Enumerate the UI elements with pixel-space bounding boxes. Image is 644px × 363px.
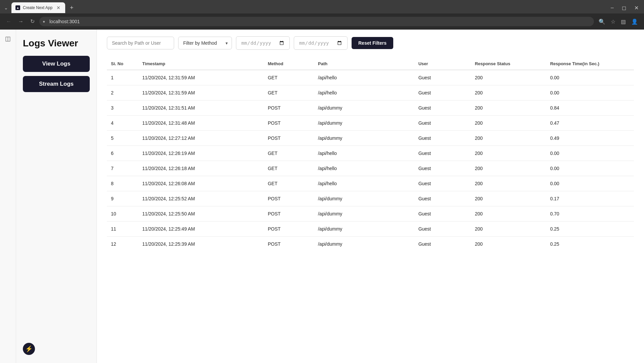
sidebar-toggle-button[interactable]: ◫ [3,33,13,44]
cell-response-time: 0.49 [546,131,634,146]
table-row: 1 11/20/2024, 12:31:59 AM GET /api/hello… [107,70,634,85]
table-row: 6 11/20/2024, 12:26:19 AM GET /api/hello… [107,146,634,161]
cell-si: 3 [107,100,138,116]
table-header-row: Si. No Timestamp Method Path User Respon… [107,58,634,70]
cell-method: POST [264,221,314,237]
cell-response-time: 0.00 [546,85,634,100]
cell-status: 200 [471,237,546,252]
tab-bar-right: – ◻ ✕ [608,4,641,12]
tab-bar-left: ⌄ ▲ Create Next App ✕ + [3,2,76,13]
minimize-button[interactable]: – [608,4,616,11]
cell-method: POST [264,206,314,221]
filters-row: Filter by Method GET POST PUT DELETE Res… [107,36,634,50]
reset-filters-button[interactable]: Reset Filters [352,37,393,49]
reload-button[interactable]: ↻ [28,17,37,26]
view-logs-button[interactable]: View Logs [23,56,90,72]
cell-si: 2 [107,85,138,100]
logs-table: Si. No Timestamp Method Path User Respon… [107,58,634,251]
cell-status: 200 [471,146,546,161]
cell-response-time: 0.00 [546,70,634,85]
cell-timestamp: 11/20/2024, 12:25:49 AM [138,221,264,237]
profile-button[interactable]: 👤 [629,17,640,26]
app-shell: ◫ Logs Viewer View Logs Stream Logs ⚡ Fi… [0,30,644,363]
cell-path: /api/hello [314,146,414,161]
back-button[interactable]: ← [4,17,13,26]
cell-path: /api/hello [314,85,414,100]
cell-si: 11 [107,221,138,237]
search-icon-button[interactable]: 🔍 [597,17,607,26]
active-tab[interactable]: ▲ Create Next App ✕ [11,2,65,13]
tab-title: Create Next App [23,5,53,10]
cell-timestamp: 11/20/2024, 12:26:18 AM [138,161,264,176]
th-si-no: Si. No [107,58,138,70]
cell-response-time: 0.25 [546,221,634,237]
cell-timestamp: 11/20/2024, 12:25:52 AM [138,191,264,206]
cell-user: Guest [414,161,471,176]
cell-status: 200 [471,70,546,85]
cell-method: GET [264,85,314,100]
cell-user: Guest [414,146,471,161]
cell-timestamp: 11/20/2024, 12:25:39 AM [138,237,264,252]
cell-method: POST [264,191,314,206]
bolt-icon-button[interactable]: ⚡ [23,343,35,355]
cell-timestamp: 11/20/2024, 12:31:59 AM [138,70,264,85]
main-content: Filter by Method GET POST PUT DELETE Res… [97,30,644,363]
cell-timestamp: 11/20/2024, 12:27:12 AM [138,131,264,146]
browser-chrome: ⌄ ▲ Create Next App ✕ + – ◻ ✕ ← → ↻ ● 🔍 [0,0,644,30]
stream-logs-button[interactable]: Stream Logs [23,76,90,92]
url-input[interactable] [39,17,594,26]
search-input[interactable] [107,37,174,49]
date-to-input[interactable] [294,36,348,50]
extensions-button[interactable]: ▨ [619,17,628,26]
cell-method: POST [264,237,314,252]
forward-button[interactable]: → [16,17,26,26]
tab-bar: ⌄ ▲ Create Next App ✕ + – ◻ ✕ [0,0,644,13]
table-row: 10 11/20/2024, 12:25:50 AM POST /api/dum… [107,206,634,221]
cell-status: 200 [471,176,546,191]
table-row: 8 11/20/2024, 12:26:08 AM GET /api/hello… [107,176,634,191]
table-row: 2 11/20/2024, 12:31:59 AM GET /api/hello… [107,85,634,100]
new-tab-button[interactable]: + [67,3,76,13]
sidebar-toggle-area: ◫ [0,30,16,363]
cell-status: 200 [471,131,546,146]
cell-timestamp: 11/20/2024, 12:26:08 AM [138,176,264,191]
filter-method-select[interactable]: Filter by Method GET POST PUT DELETE [178,37,232,49]
table-header: Si. No Timestamp Method Path User Respon… [107,58,634,70]
cell-user: Guest [414,116,471,131]
filter-method-wrapper: Filter by Method GET POST PUT DELETE [178,37,232,49]
cell-si: 10 [107,206,138,221]
close-window-button[interactable]: ✕ [632,4,641,12]
cell-user: Guest [414,70,471,85]
tab-close-button[interactable]: ✕ [56,5,61,10]
cell-timestamp: 11/20/2024, 12:26:19 AM [138,146,264,161]
cell-si: 8 [107,176,138,191]
cell-user: Guest [414,176,471,191]
th-timestamp: Timestamp [138,58,264,70]
cell-status: 200 [471,161,546,176]
cell-method: POST [264,116,314,131]
cell-si: 1 [107,70,138,85]
cell-method: GET [264,70,314,85]
url-bar-container: ● [39,17,594,26]
cell-response-time: 0.25 [546,237,634,252]
address-bar: ← → ↻ ● 🔍 ☆ ▨ 👤 [0,13,644,30]
cell-path: /api/hello [314,176,414,191]
date-from-input[interactable] [236,36,290,50]
tab-favicon: ▲ [15,5,20,10]
cell-status: 200 [471,191,546,206]
cell-user: Guest [414,237,471,252]
cell-path: /api/dummy [314,131,414,146]
cell-method: POST [264,100,314,116]
table-row: 5 11/20/2024, 12:27:12 AM POST /api/dumm… [107,131,634,146]
tab-list-dropdown[interactable]: ⌄ [3,4,9,11]
sidebar-nav: View Logs Stream Logs [23,56,90,92]
cell-timestamp: 11/20/2024, 12:31:51 AM [138,100,264,116]
table-row: 12 11/20/2024, 12:25:39 AM POST /api/dum… [107,237,634,252]
cell-response-time: 0.70 [546,206,634,221]
restore-button[interactable]: ◻ [619,4,629,12]
cell-path: /api/dummy [314,116,414,131]
cell-timestamp: 11/20/2024, 12:31:59 AM [138,85,264,100]
bookmark-button[interactable]: ☆ [609,17,617,26]
cell-user: Guest [414,131,471,146]
cell-si: 4 [107,116,138,131]
